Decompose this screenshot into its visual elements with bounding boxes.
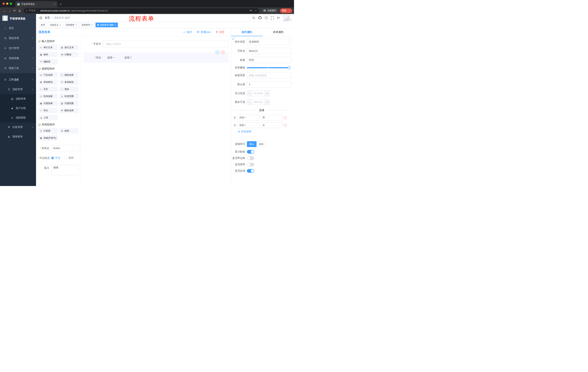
form-canvas[interactable]: *手机号 ⧉ *性别 选项一 (81, 36, 231, 186)
sidebar-item-workflow[interactable]: ⧉ 工作流程 ∧ (0, 74, 36, 85)
search-icon[interactable] (252, 16, 255, 20)
add-option-button[interactable]: ⊕ 添加选项 (232, 130, 292, 133)
browser-update-button[interactable]: 更新 ⋮ (280, 8, 292, 13)
drag-handle-icon[interactable]: ☰ (234, 124, 236, 127)
sidebar-item-process-model[interactable]: ➤ 流程模型 (0, 113, 36, 122)
increase-icon[interactable]: + (264, 91, 270, 96)
slider-handle[interactable] (287, 66, 290, 69)
show-label-switch[interactable] (247, 150, 254, 154)
sidebar-item-task-management[interactable]: ⚑ 任务管理 ∨ (0, 122, 36, 132)
clear-button[interactable]: 清空 (216, 30, 224, 34)
palette-item-date-range[interactable]: ▧日期范围 (59, 101, 79, 106)
field-name-input[interactable] (247, 48, 292, 54)
palette-item-multi-text[interactable]: ▤多行文本 (59, 45, 79, 50)
remove-option-icon[interactable]: − (284, 116, 287, 119)
component-type-select[interactable]: ∨ (247, 39, 292, 45)
default-value-input[interactable] (247, 81, 292, 87)
github-icon[interactable] (258, 16, 262, 20)
canvas-field-gender-selected[interactable]: ⧉ *性别 选项一 选项二 (84, 53, 229, 63)
tag-process-form[interactable]: 流程表单 × (80, 22, 94, 27)
palette-item-checkbox-group[interactable]: ☑多选框组 (59, 79, 79, 85)
close-icon[interactable]: × (91, 24, 93, 26)
palette-item-slider[interactable]: ⊸滑块 (59, 86, 79, 92)
link-icon[interactable] (232, 37, 235, 41)
palette-item-editor[interactable]: ✎编辑器 (38, 59, 58, 64)
style-button-button[interactable]: 按钮 (257, 141, 266, 147)
view-json-button[interactable]: 查看json (197, 30, 211, 34)
save-button[interactable]: ✓ 保存 (183, 30, 192, 34)
close-icon[interactable]: × (60, 24, 61, 26)
form-name-input[interactable] (51, 145, 80, 151)
sidebar-item-payment[interactable]: ¥ 支付管理 ∨ (0, 43, 36, 53)
palette-item-table[interactable]: ▩表格[开发中] (38, 135, 58, 141)
sidebar-item-process-management[interactable]: ☰ 流程管理 ∧ (0, 85, 36, 94)
back-icon[interactable]: ← (2, 9, 7, 12)
font-size-icon[interactable]: TT (277, 16, 280, 20)
sidebar-item-process-form[interactable]: ▤ 流程表单 (0, 94, 36, 104)
password-key-icon[interactable] (249, 9, 252, 12)
palette-item-row-container[interactable]: ◫行容器 (38, 128, 58, 134)
option-2-value-input[interactable] (261, 122, 282, 128)
tab-form-props[interactable]: 表单属性 (263, 28, 294, 36)
palette-item-radio-group[interactable]: ◉单选框组 (38, 79, 58, 85)
palette-item-date-picker[interactable]: ▦日期选择 (38, 101, 58, 106)
required-switch[interactable] (247, 169, 254, 173)
radio-enabled[interactable]: 开启 (51, 156, 60, 159)
tag-home[interactable]: 首页 (39, 22, 47, 27)
style-default-button[interactable]: 默认 (247, 141, 257, 147)
border-switch[interactable] (247, 156, 254, 160)
palette-item-button[interactable]: ⊞按钮 (59, 128, 79, 134)
label-width-input[interactable] (247, 72, 292, 78)
copy-component-button[interactable]: ⧉ (215, 50, 220, 54)
palette-item-time-picker[interactable]: ◷时间选择 (38, 94, 58, 99)
sidebar-item-system[interactable]: ⚙ 系统管理 ∨ (0, 33, 36, 43)
palette-item-password[interactable]: ▣密码 (38, 52, 58, 57)
option-1-name-input[interactable] (237, 115, 259, 120)
sidebar-item-devtools[interactable]: ⚒ 研发工具 ∨ (0, 63, 36, 73)
close-window-button[interactable] (2, 2, 5, 5)
sidebar-item-infrastructure[interactable]: ⊞ 基础设施 ∨ (0, 53, 36, 63)
help-icon[interactable]: ? (265, 16, 268, 20)
disabled-switch[interactable] (247, 163, 254, 166)
browser-menu-icon[interactable]: ⋮ (288, 9, 290, 12)
palette-item-single-text[interactable]: ▭单行文本 (38, 45, 58, 50)
checkbox-option-2[interactable]: 选项二 (120, 56, 132, 59)
collapse-sidebar-icon[interactable] (39, 17, 42, 19)
tab-component-props[interactable]: 组件属性 (231, 28, 263, 36)
phone-input[interactable] (103, 41, 229, 47)
radio-disabled[interactable]: 关闭 (64, 156, 74, 159)
home-icon[interactable] (17, 9, 22, 12)
tab-close-icon[interactable]: × (54, 3, 56, 5)
fullscreen-icon[interactable] (271, 16, 274, 20)
grid-slider[interactable] (247, 67, 290, 68)
option-2-name-input[interactable] (237, 122, 259, 128)
tag-process-definition[interactable]: 流程定义 × (48, 22, 63, 27)
increase-icon[interactable]: + (264, 99, 270, 105)
zoom-window-button[interactable] (10, 2, 12, 5)
sidebar-item-leave-query[interactable]: ♟ 请假查询 (0, 132, 36, 141)
close-icon[interactable]: × (75, 24, 77, 26)
delete-component-button[interactable] (221, 50, 225, 54)
max-select-stepper[interactable]: − 最多可选 + (247, 99, 270, 105)
browser-tab[interactable]: 芋道管理系统 × (15, 1, 57, 7)
palette-item-counter[interactable]: 123计数器 (59, 52, 79, 57)
tag-process-form-edit[interactable]: 流程表单-编辑 × (95, 22, 118, 27)
breadcrumb-home[interactable]: 首页 (45, 16, 50, 20)
palette-item-select[interactable]: ◎下拉选择 (38, 72, 58, 78)
new-tab-button[interactable]: + (60, 2, 62, 6)
user-menu[interactable]: ▾ (283, 15, 291, 21)
remove-option-icon[interactable]: − (284, 124, 287, 127)
close-icon[interactable]: × (115, 24, 116, 26)
tag-process-model[interactable]: 流程模型 × (64, 22, 79, 27)
sidebar-item-user-group[interactable]: ☻ 用户分组 (0, 104, 36, 113)
option-1-value-input[interactable] (261, 115, 282, 120)
title-input[interactable] (247, 57, 292, 63)
drag-handle-icon[interactable]: ☰ (234, 116, 236, 119)
palette-item-rate[interactable]: ☆评分 (38, 108, 58, 113)
decrease-icon[interactable]: − (247, 91, 252, 96)
palette-item-switch[interactable]: ◐开关 (38, 86, 58, 92)
min-select-stepper[interactable]: − 至少应选 + (247, 90, 270, 96)
address-bar[interactable]: ⚠ 不安全 dashboard.yudao.iocoder.cn /bpm/ma… (24, 8, 259, 13)
palette-item-cascader[interactable]: ⌥级联选择 (59, 72, 79, 78)
checkbox-option-1[interactable]: 选项一 (103, 56, 115, 59)
